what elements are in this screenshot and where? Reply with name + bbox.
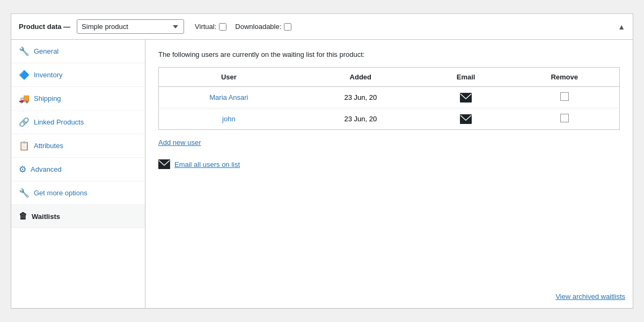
added-cell: 23 Jun, 20 (299, 87, 422, 108)
sidebar-item-advanced[interactable]: ⚙ Advanced (11, 158, 145, 181)
sidebar-item-label-shipping: Shipping (34, 94, 61, 103)
col-header-email: Email (422, 68, 510, 87)
email-icon-john[interactable] (460, 114, 472, 124)
product-data-body: 🔧 General 🔷 Inventory 🚚 Shipping 🔗 Linke… (11, 40, 633, 308)
email-all-link[interactable]: Email all users on list (174, 160, 240, 169)
collapse-icon[interactable]: ▲ (618, 23, 625, 31)
view-archived-link[interactable]: View archived waitlists (555, 292, 625, 301)
list-icon: 📋 (19, 141, 30, 151)
user-link-maria[interactable]: Maria Ansari (209, 93, 248, 101)
link-icon: 🔗 (19, 117, 30, 127)
col-header-user: User (159, 68, 299, 87)
svg-rect-1 (460, 114, 472, 124)
wrench-icon: 🔧 (19, 46, 30, 56)
user-link-john[interactable]: john (222, 115, 236, 123)
col-header-remove: Remove (509, 68, 619, 87)
truck-icon: 🚚 (19, 93, 30, 104)
sidebar-item-linked-products[interactable]: 🔗 Linked Products (11, 111, 145, 134)
col-header-added: Added (299, 68, 422, 87)
sidebar-item-shipping[interactable]: 🚚 Shipping (11, 87, 145, 111)
sidebar: 🔧 General 🔷 Inventory 🚚 Shipping 🔗 Linke… (11, 40, 145, 308)
sidebar-item-label-general: General (34, 47, 58, 55)
sidebar-item-general[interactable]: 🔧 General (11, 40, 145, 63)
sidebar-item-attributes[interactable]: 📋 Attributes (11, 134, 145, 158)
email-all-section: Email all users on list (158, 159, 620, 169)
main-content: The following users are currently on the… (145, 40, 633, 308)
add-new-user-link[interactable]: Add new user (158, 138, 201, 147)
waitlist-description: The following users are currently on the… (158, 50, 620, 58)
remove-cell (509, 87, 619, 108)
sidebar-item-label-advanced: Advanced (31, 165, 62, 173)
email-all-icon (158, 159, 170, 169)
virtual-label: Virtual: (195, 23, 216, 31)
table-row: Maria Ansari 23 Jun, 20 (159, 87, 620, 108)
downloadable-checkbox-label[interactable]: Downloadable: (235, 23, 291, 31)
added-cell: 23 Jun, 20 (299, 108, 422, 130)
sidebar-item-get-more-options[interactable]: 🔧 Get more options (11, 181, 145, 205)
virtual-checkbox[interactable] (219, 23, 226, 31)
product-type-select[interactable]: Simple product Variable product Grouped … (77, 19, 184, 34)
sidebar-item-label-attributes: Attributes (34, 142, 63, 150)
sidebar-item-label-inventory: Inventory (34, 71, 62, 79)
gear-icon: ⚙ (19, 164, 26, 174)
email-icon-maria[interactable] (460, 93, 472, 103)
sidebar-item-label-linked-products: Linked Products (34, 118, 84, 126)
downloadable-label: Downloadable: (235, 23, 281, 31)
email-cell (422, 87, 510, 108)
header-options: Virtual: Downloadable: (195, 23, 291, 31)
sidebar-item-label-waitlists: Waitlists (32, 213, 60, 221)
sidebar-item-label-get-more-options: Get more options (34, 189, 87, 197)
remove-checkbox-maria[interactable] (560, 92, 569, 101)
waitlist-icon: 🗑 (19, 211, 27, 221)
product-data-title: Product data — (19, 23, 70, 31)
diamond-icon: 🔷 (19, 70, 30, 80)
user-cell: Maria Ansari (159, 87, 299, 108)
remove-checkbox-john[interactable] (560, 114, 569, 122)
product-data-header: Product data — Simple product Variable p… (11, 14, 633, 40)
sidebar-item-inventory[interactable]: 🔷 Inventory (11, 63, 145, 87)
user-cell: john (159, 108, 299, 130)
downloadable-checkbox[interactable] (284, 23, 291, 31)
sidebar-item-waitlists[interactable]: 🗑 Waitlists (11, 205, 145, 228)
email-cell (422, 108, 510, 130)
waitlist-table: User Added Email Remove Maria Ansari 23 … (158, 67, 620, 130)
remove-cell (509, 108, 619, 130)
table-row: john 23 Jun, 20 (159, 108, 620, 130)
virtual-checkbox-label[interactable]: Virtual: (195, 23, 226, 31)
svg-rect-2 (158, 159, 170, 169)
product-data-box: Product data — Simple product Variable p… (11, 13, 633, 309)
wrench2-icon: 🔧 (19, 188, 30, 198)
svg-rect-0 (460, 93, 472, 103)
